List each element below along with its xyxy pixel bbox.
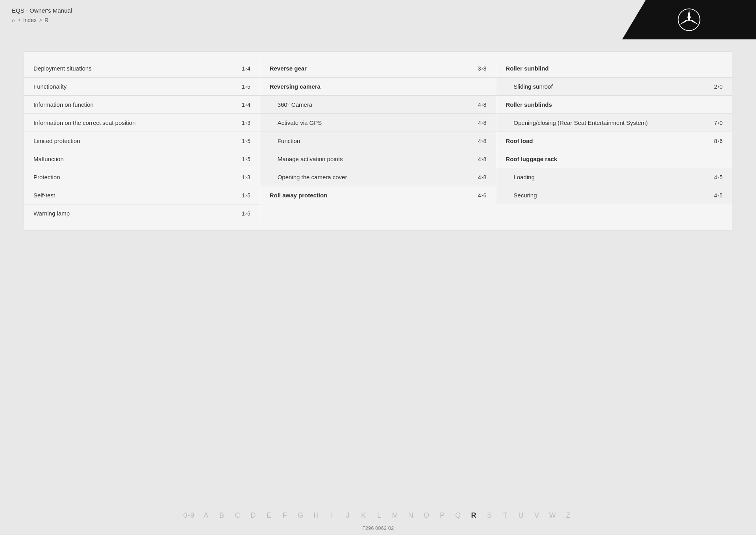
entry-page: 4›8 [478,138,487,144]
alpha-item-i[interactable]: I [328,511,337,520]
alpha-item-h[interactable]: H [312,511,321,520]
alpha-item-09[interactable]: 0-9 [183,511,195,520]
entry-label: Self-test [33,192,242,199]
entry-page: 1›4 [242,65,250,72]
list-item[interactable]: Information on function 1›4 [24,96,260,114]
alpha-item-p[interactable]: P [438,511,447,520]
list-item[interactable]: Roll away protection 4›6 [260,186,496,204]
entry-label: Loading [513,174,714,180]
list-item[interactable]: Limited protection 1›5 [24,132,260,150]
entry-page: 1›5 [242,138,250,144]
alpha-item-g[interactable]: G [296,511,305,520]
alpha-item-f[interactable]: F [281,511,289,520]
entry-label: Opening/closing (Rear Seat Enter­tainmen… [513,119,714,126]
alpha-item-e[interactable]: E [265,511,274,520]
entry-page: 1›4 [242,102,250,108]
entry-label: Limited protection [33,137,242,144]
alpha-item-t[interactable]: T [501,511,510,520]
page-title: EQS - Owner's Manual [12,7,610,14]
alpha-item-m[interactable]: M [391,511,400,520]
alpha-item-o[interactable]: O [422,511,431,520]
alpha-item-r[interactable]: R [470,511,478,520]
column-3: Roller sunblind Sliding sunroof 2›0 Roll… [496,59,732,204]
list-item[interactable]: Warning lamp 1›5 [24,204,260,222]
list-item[interactable]: Roller sunblind [496,59,732,78]
entry-page: 4›5 [714,174,723,180]
list-item[interactable]: Roof load 8›6 [496,132,732,150]
list-item[interactable]: Information on the correct seat posi­tio… [24,114,260,132]
entry-page: 1›5 [242,192,250,199]
alpha-item-z[interactable]: Z [564,511,573,520]
list-item[interactable]: Deployment situations 1›4 [24,59,260,78]
list-item[interactable]: Manage activation points 4›8 [260,150,496,168]
entry-page: 4›5 [714,192,723,199]
footer: 0-9 A B C D E F G H I J K L M N O P Q R … [0,503,756,535]
alpha-item-n[interactable]: N [407,511,415,520]
svg-point-4 [688,19,690,21]
home-icon[interactable]: ⌂ [12,17,15,23]
list-item[interactable]: Sliding sunroof 2›0 [496,78,732,96]
entry-label: Malfunction [33,156,242,162]
list-item[interactable]: Roof luggage rack [496,150,732,168]
alpha-item-q[interactable]: Q [454,511,463,520]
entry-label: Functionality [33,83,242,90]
logo-area [622,0,756,39]
entry-page: 4›8 [478,174,487,180]
index-columns: Deployment situations 1›4 Functionality … [24,59,732,222]
entry-label: Activate via GPS [278,119,478,126]
header: EQS - Owner's Manual ⌂ > Index > R [0,0,756,39]
breadcrumb-sep-2: > [39,17,42,23]
entry-page: 8›6 [714,138,723,144]
breadcrumb-current: R [44,17,48,23]
list-item[interactable]: Opening the camera cover 4›8 [260,168,496,186]
entry-page: 3›8 [478,65,487,72]
entry-page: 1›5 [242,84,250,90]
breadcrumb-index[interactable]: Index [23,17,37,23]
alpha-item-w[interactable]: W [548,511,557,520]
entry-label: Roof load [506,137,714,144]
alpha-item-k[interactable]: K [359,511,368,520]
entry-label: 360° Camera [278,101,478,108]
list-item[interactable]: Malfunction 1›5 [24,150,260,168]
entry-label: Roller sunblind [506,65,723,72]
index-card: Deployment situations 1›4 Functionality … [24,51,732,230]
entry-label: Sliding sunroof [513,83,714,90]
entry-page: 2›0 [714,84,723,90]
list-item[interactable]: 360° Camera 4›8 [260,96,496,114]
entry-page: 1›3 [242,120,250,126]
alpha-item-u[interactable]: U [517,511,526,520]
alpha-item-s[interactable]: S [485,511,494,520]
alpha-item-c[interactable]: C [233,511,242,520]
list-item[interactable]: Loading 4›5 [496,168,732,186]
list-item[interactable]: Securing 4›5 [496,186,732,204]
list-item[interactable]: Reversing camera [260,78,496,96]
alpha-item-d[interactable]: D [249,511,258,520]
entry-label: Information on function [33,101,242,108]
entry-label: Roof luggage rack [506,156,723,162]
entry-label: Roll away protection [270,192,478,199]
alpha-item-j[interactable]: J [344,511,352,520]
list-item[interactable]: Reverse gear 3›8 [260,59,496,78]
breadcrumb: ⌂ > Index > R [12,17,610,23]
list-item[interactable]: Function 4›8 [260,132,496,150]
entry-label: Information on the correct seat posi­tio… [33,119,242,126]
list-item[interactable]: Opening/closing (Rear Seat Enter­tainmen… [496,114,732,132]
entry-label: Function [278,137,478,144]
entry-page: 4›8 [478,102,487,108]
list-item[interactable]: Functionality 1›5 [24,78,260,96]
entry-label: Manage activation points [278,156,478,162]
column-1: Deployment situations 1›4 Functionality … [24,59,260,222]
alpha-item-v[interactable]: V [533,511,541,520]
alpha-item-b[interactable]: B [218,511,226,520]
list-item[interactable]: Roller sunblinds [496,96,732,114]
breadcrumb-sep-1: > [17,17,20,23]
alpha-item-a[interactable]: A [202,511,211,520]
svg-marker-1 [687,10,691,20]
header-content: EQS - Owner's Manual ⌂ > Index > R [0,0,622,39]
entry-label: Protection [33,174,242,180]
alphabet-nav: 0-9 A B C D E F G H I J K L M N O P Q R … [183,511,573,520]
list-item[interactable]: Protection 1›3 [24,168,260,186]
list-item[interactable]: Self-test 1›5 [24,186,260,204]
alpha-item-l[interactable]: L [375,511,384,520]
list-item[interactable]: Activate via GPS 4›8 [260,114,496,132]
